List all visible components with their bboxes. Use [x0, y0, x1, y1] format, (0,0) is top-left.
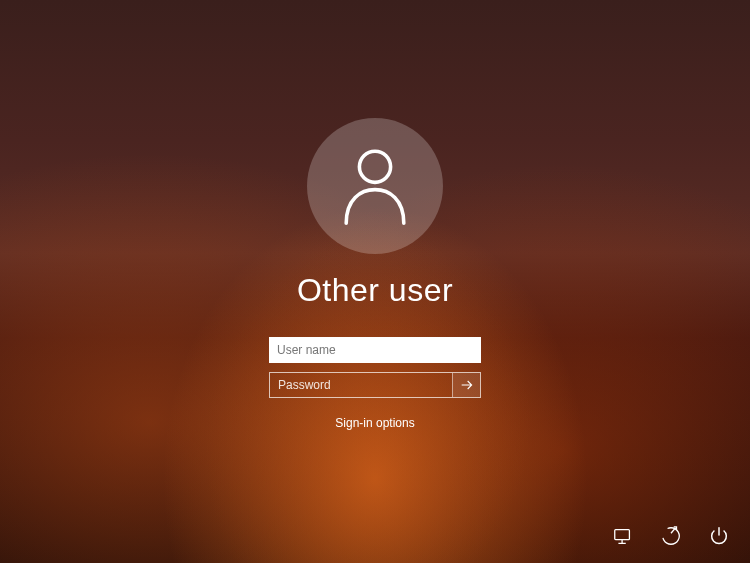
network-icon [612, 525, 634, 547]
password-row [269, 372, 481, 398]
person-icon [339, 146, 411, 226]
system-tray [610, 523, 732, 549]
signin-options-link[interactable]: Sign-in options [335, 416, 414, 430]
ease-of-access-icon [660, 525, 682, 547]
arrow-right-icon [459, 377, 475, 393]
password-input[interactable] [270, 373, 452, 397]
power-button[interactable] [706, 523, 732, 549]
account-title: Other user [297, 272, 453, 309]
power-icon [708, 525, 730, 547]
login-panel: Other user Sign-in options [245, 118, 505, 430]
submit-button[interactable] [452, 373, 480, 397]
username-input[interactable] [269, 337, 481, 363]
network-button[interactable] [610, 523, 636, 549]
ease-of-access-button[interactable] [658, 523, 684, 549]
credential-fields [269, 337, 481, 398]
user-avatar [307, 118, 443, 254]
svg-rect-1 [615, 530, 630, 540]
svg-point-0 [359, 151, 390, 182]
